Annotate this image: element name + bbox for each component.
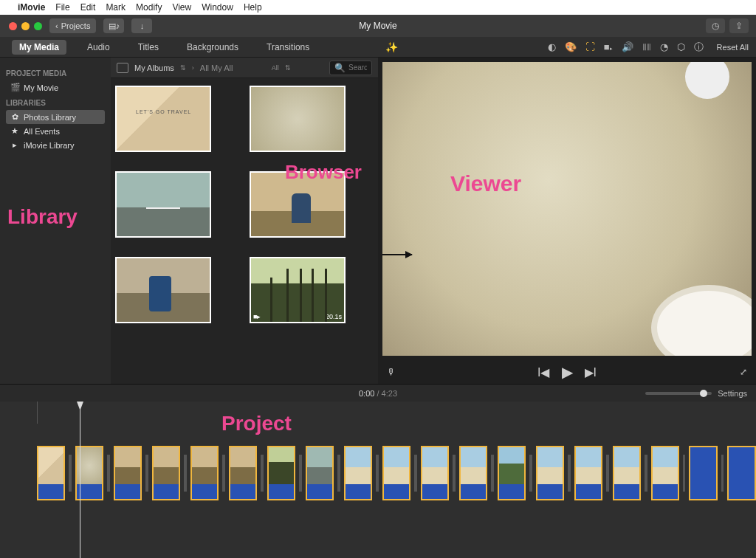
clip-gap: [721, 455, 724, 492]
search-field[interactable]: 🔍: [329, 61, 372, 75]
timeline-clip[interactable]: [382, 446, 410, 500]
timeline-clip[interactable]: [190, 446, 219, 500]
menu-window[interactable]: Window: [202, 2, 233, 13]
timeline-clip[interactable]: [651, 446, 679, 500]
timeline-clip[interactable]: [229, 446, 257, 500]
browser-clip-travel-poster[interactable]: [115, 86, 211, 152]
play-button[interactable]: ▶: [562, 363, 573, 381]
playhead[interactable]: [80, 402, 80, 558]
clip-gap: [568, 455, 571, 492]
zoom-slider[interactable]: [645, 392, 712, 395]
tab-backgrounds[interactable]: Backgrounds: [179, 40, 246, 55]
video-track[interactable]: [0, 446, 756, 500]
window-maximize-button[interactable]: [34, 22, 42, 30]
theater-button[interactable]: ◷: [706, 18, 725, 33]
ruler-mark: [37, 402, 38, 424]
sidebar-item-photos-library[interactable]: ✿ Photos Library: [6, 110, 105, 124]
search-input[interactable]: [348, 63, 367, 72]
annotation-arrow: [382, 254, 412, 255]
timeline-clip[interactable]: [498, 446, 526, 500]
timeline-clip[interactable]: [421, 446, 449, 500]
menu-mark[interactable]: Mark: [106, 2, 126, 13]
timeline-clip[interactable]: [267, 446, 295, 500]
window-close-button[interactable]: [9, 22, 17, 30]
clip-audio: [461, 484, 486, 499]
menu-file[interactable]: File: [55, 2, 69, 13]
clip-video: [499, 447, 524, 484]
clip-gap: [683, 455, 686, 492]
clip-video: [690, 447, 715, 484]
timeline-clip[interactable]: [727, 446, 755, 500]
browser-clip-map-photo[interactable]: [250, 86, 346, 152]
import-button[interactable]: ↓: [131, 18, 152, 33]
back-to-projects-button[interactable]: ‹ Projects: [49, 18, 96, 33]
tab-my-media[interactable]: My Media: [12, 40, 66, 55]
timeline-settings-button[interactable]: Settings: [718, 389, 747, 398]
clip-audio: [690, 484, 715, 499]
clip-gap: [261, 455, 264, 492]
sidebar-toggle-button[interactable]: [117, 63, 128, 73]
browser-clip-road-photo[interactable]: [115, 171, 211, 238]
timeline-clip[interactable]: [536, 446, 564, 500]
contrast-icon[interactable]: ◐: [548, 41, 556, 52]
filter-label[interactable]: All: [272, 64, 279, 72]
window-minimize-button[interactable]: [21, 22, 30, 30]
timeline-clip[interactable]: [152, 446, 180, 500]
timeline-clip[interactable]: [114, 446, 142, 500]
clip-audio: [192, 484, 217, 499]
stabilize-icon[interactable]: ⬡: [677, 41, 685, 52]
share-button[interactable]: ⇪: [729, 18, 749, 33]
menu-help[interactable]: Help: [244, 2, 262, 13]
chevron-right-icon: ›: [192, 64, 194, 72]
clip-audio: [614, 484, 639, 499]
timeline-header: 0:00 / 4:23 Settings: [0, 384, 756, 402]
menu-modify[interactable]: Modify: [136, 2, 162, 13]
mac-menubar: iMovie File Edit Mark Modify View Window…: [0, 0, 756, 15]
timeline-clip[interactable]: [344, 446, 372, 500]
reset-all-button[interactable]: Reset All: [717, 43, 749, 52]
time-current: 0:00: [359, 389, 374, 398]
clip-video: [154, 447, 179, 484]
adjust-toolbar: ✨ ◐ 🎨 ⛶ ■▸ 🔊 ⫴⫴ ◔ ⬡ ⓘ Reset All: [378, 37, 756, 58]
speed-icon[interactable]: ◔: [660, 41, 668, 52]
info-icon[interactable]: ⓘ: [694, 41, 704, 54]
menu-view[interactable]: View: [172, 2, 191, 13]
equalizer-icon[interactable]: ⫴⫴: [642, 41, 651, 53]
sidebar-item-imovie-library[interactable]: ▸ iMovie Library: [6, 138, 105, 152]
fullscreen-button[interactable]: ⤢: [740, 367, 747, 377]
timeline-clip[interactable]: [613, 446, 641, 500]
next-frame-button[interactable]: ▶I: [585, 365, 597, 379]
clip-gap: [453, 455, 456, 492]
magic-wand-icon[interactable]: ✨: [385, 41, 398, 53]
clip-audio: [269, 484, 294, 499]
timeline-clip[interactable]: [306, 446, 334, 500]
app-name[interactable]: iMovie: [18, 2, 45, 13]
tab-titles[interactable]: Titles: [131, 40, 166, 55]
browser-toolbar: My Albums ⇅ › All My All All ⇅ 🔍: [111, 58, 378, 78]
timeline-clip[interactable]: [37, 446, 65, 500]
browser-clip-trees-video[interactable]: 20.1s■▸: [250, 257, 346, 323]
timeline-clip[interactable]: [459, 446, 487, 500]
menu-edit[interactable]: Edit: [80, 2, 96, 13]
sidebar-item-project[interactable]: 🎬 My Movie: [6, 80, 105, 94]
clip-audio: [77, 484, 102, 499]
voiceover-icon[interactable]: 🎙: [387, 367, 396, 377]
timeline-clip[interactable]: [574, 446, 602, 500]
breadcrumb-album[interactable]: My Albums: [134, 63, 174, 72]
volume-icon[interactable]: 🔊: [622, 41, 633, 52]
camera-icon[interactable]: ■▸: [604, 41, 613, 52]
viewer[interactable]: Viewer: [382, 62, 752, 356]
tab-transitions[interactable]: Transitions: [259, 40, 317, 55]
main-content: My Media Audio Titles Backgrounds Transi…: [0, 37, 756, 384]
browser-clip-tuk2-photo[interactable]: [115, 257, 211, 323]
crop-icon[interactable]: ⛶: [585, 41, 595, 52]
library-toggle-button[interactable]: ▤♪: [103, 18, 124, 33]
tab-audio[interactable]: Audio: [80, 40, 117, 55]
sidebar-item-all-events[interactable]: ★ All Events: [6, 124, 105, 138]
color-wheel-icon[interactable]: 🎨: [565, 41, 577, 52]
prev-frame-button[interactable]: I◀: [537, 365, 549, 379]
timeline[interactable]: Project: [0, 402, 756, 558]
breadcrumb-sub[interactable]: All My All: [200, 63, 233, 72]
timeline-clip[interactable]: [689, 446, 717, 500]
annotation-viewer: Viewer: [450, 171, 521, 196]
